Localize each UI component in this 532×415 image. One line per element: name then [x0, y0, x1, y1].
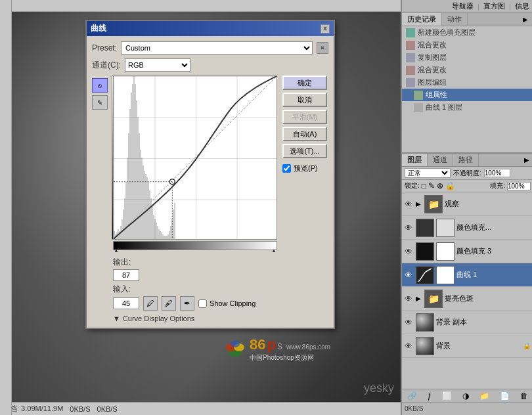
layer-item-bg[interactable]: 👁 背景 🔒	[402, 334, 532, 358]
input-label: 输入:	[113, 284, 131, 295]
layer-item-curves[interactable]: 👁 曲线 1	[402, 263, 532, 287]
nav-tab[interactable]: 导航器	[452, 1, 474, 11]
preview-checkbox[interactable]	[282, 164, 291, 173]
ruler-left	[0, 0, 12, 415]
svg-point-3	[231, 341, 240, 347]
preview-row: 预览(P)	[282, 164, 328, 173]
curves-close-button[interactable]: ×	[321, 24, 330, 33]
add-style-button[interactable]: ƒ	[428, 391, 432, 401]
layer-item-bg-copy[interactable]: 👁 背景 副本	[402, 311, 532, 334]
input-value-input[interactable]	[113, 297, 139, 309]
layer-thumb	[416, 242, 434, 261]
layer-visibility-icon[interactable]: 👁	[405, 223, 414, 232]
lock-position-icon[interactable]: ⊕	[437, 181, 443, 190]
svg-line-4	[114, 76, 277, 239]
history-item[interactable]: 新建颜色填充图层	[402, 26, 532, 39]
add-mask-button[interactable]: ⬜	[442, 391, 452, 401]
channel-select[interactable]: RGB Red Green Blue	[125, 58, 190, 72]
layer-name: 观察	[445, 199, 531, 209]
logo-icon	[223, 338, 247, 361]
layer-visibility-icon[interactable]: 👁	[405, 318, 414, 327]
new-group-button[interactable]: 📁	[479, 391, 489, 401]
display-options-toggle[interactable]: ▼ Curve Display Options	[113, 315, 277, 322]
layers-panel-menu[interactable]: ▶	[520, 155, 532, 165]
history-item[interactable]: 图层编组	[402, 76, 532, 89]
output-value-input[interactable]	[113, 269, 139, 281]
preset-select[interactable]: Custom Default Strong Contrast Lighter D…	[121, 41, 313, 55]
watermark-86: 86	[250, 336, 265, 353]
layers-lock-row: 锁定: □ ✎ ⊕ 🔒 填充:	[402, 180, 532, 192]
curve-pencil-tool[interactable]: ✎	[92, 95, 108, 110]
lock-all-icon[interactable]: 🔒	[445, 181, 455, 190]
history-item[interactable]: 混合更改	[402, 64, 532, 76]
layer-mask-thumb	[436, 266, 454, 284]
layer-name: 曲线 1	[456, 270, 531, 280]
info-tab[interactable]: 信息	[515, 1, 529, 11]
smooth-button[interactable]: 平滑(M)	[282, 110, 327, 124]
history-item-selected[interactable]: 组属性	[402, 89, 532, 101]
right-panel: 导航器 | 直方图 | 信息 历史记录 动作 ▶ 新建颜色填充图层 混合更改 复…	[401, 0, 532, 415]
channels-tab[interactable]: 通道	[428, 154, 453, 166]
new-fill-button[interactable]: ◑	[462, 391, 469, 401]
right-top-bar: 导航器 | 直方图 | 信息	[402, 0, 532, 13]
history-item-label: 曲线 1 图层	[426, 102, 462, 112]
new-layer-button[interactable]: 📄	[500, 391, 510, 401]
history-icon	[406, 66, 415, 75]
layer-name: 背景	[436, 341, 521, 351]
lock-image-icon[interactable]: ✎	[428, 181, 435, 190]
curve-point-tool[interactable]: ⎋	[92, 78, 108, 93]
history-panel-menu[interactable]: ▶	[519, 14, 532, 24]
layer-visibility-icon[interactable]: 👁	[405, 341, 414, 351]
opacity-input[interactable]	[484, 169, 510, 177]
layer-item-fill3[interactable]: 👁 颜色填充 3	[402, 240, 532, 263]
layers-blend-row: 正常 不透明度:	[402, 167, 532, 180]
delete-layer-button[interactable]: 🗑	[520, 391, 528, 401]
show-clipping-checkbox[interactable]	[198, 299, 207, 308]
layers-tab[interactable]: 图层	[402, 154, 428, 166]
history-item-label: 混合更改	[418, 40, 447, 50]
layer-thumb	[416, 219, 434, 237]
history-item[interactable]: 曲线 1 图层	[410, 101, 532, 114]
black-point-eyedropper[interactable]: 🖊	[143, 296, 158, 311]
history-item-label: 复制图层	[418, 53, 447, 62]
watermark-subtitle: 中国Photoshop资源网	[250, 353, 330, 362]
white-point-eyedropper[interactable]: ✒	[180, 296, 194, 311]
lock-transparent-icon[interactable]: □	[422, 181, 426, 190]
curves-graph[interactable]	[113, 76, 277, 240]
ruler-top	[0, 0, 401, 12]
display-options-label: Curve Display Options	[123, 315, 194, 322]
layer-visibility-icon[interactable]: 👁	[405, 271, 414, 280]
layer-item-fill1[interactable]: 👁 颜色填充...	[402, 216, 532, 240]
kb-label: 0KB/S	[70, 405, 90, 413]
curve-tools: ⎋ ✎	[92, 76, 108, 110]
fill-input[interactable]	[507, 182, 531, 190]
ok-button[interactable]: 确定	[282, 76, 327, 90]
layer-visibility-icon[interactable]: 👁	[405, 294, 414, 303]
right-panel-status: 0KB/S	[402, 402, 532, 415]
history-item[interactable]: 混合更改	[402, 39, 532, 51]
layer-name: 颜色填充 3	[456, 246, 531, 256]
layer-visibility-icon[interactable]: 👁	[405, 200, 414, 209]
opacity-label: 不透明度:	[453, 169, 481, 178]
layer-link-button[interactable]: 🔗	[407, 391, 417, 401]
preview-label: 预览(P)	[294, 164, 318, 173]
cancel-button[interactable]: 取消	[282, 93, 327, 107]
paths-tab[interactable]: 路径	[453, 154, 479, 166]
actions-tab[interactable]: 动作	[442, 13, 468, 26]
watermark-yesky: yesky	[364, 382, 394, 395]
preset-options-icon[interactable]: ≡	[317, 42, 328, 54]
auto-button[interactable]: 自动(A)	[282, 127, 327, 141]
layer-name: 背景 副本	[436, 317, 531, 327]
display-options-arrow: ▼	[113, 315, 120, 322]
gray-point-eyedropper[interactable]: 🖋	[162, 296, 176, 311]
blend-mode-select[interactable]: 正常	[405, 168, 451, 178]
group-arrow-icon: ▶	[416, 200, 421, 207]
layer-item-group[interactable]: 👁 ▶ 📁 观察	[402, 192, 532, 216]
layer-visibility-icon[interactable]: 👁	[405, 247, 414, 256]
history-item[interactable]: 复制图层	[402, 51, 532, 64]
layer-item-group2[interactable]: 👁 ▶ 📁 提亮色斑	[402, 287, 532, 311]
histogram-tab[interactable]: 直方图	[483, 1, 505, 11]
preset-label: Preset:	[92, 43, 117, 53]
options-button[interactable]: 选项(T)...	[282, 144, 327, 158]
history-tab[interactable]: 历史记录	[402, 13, 442, 26]
